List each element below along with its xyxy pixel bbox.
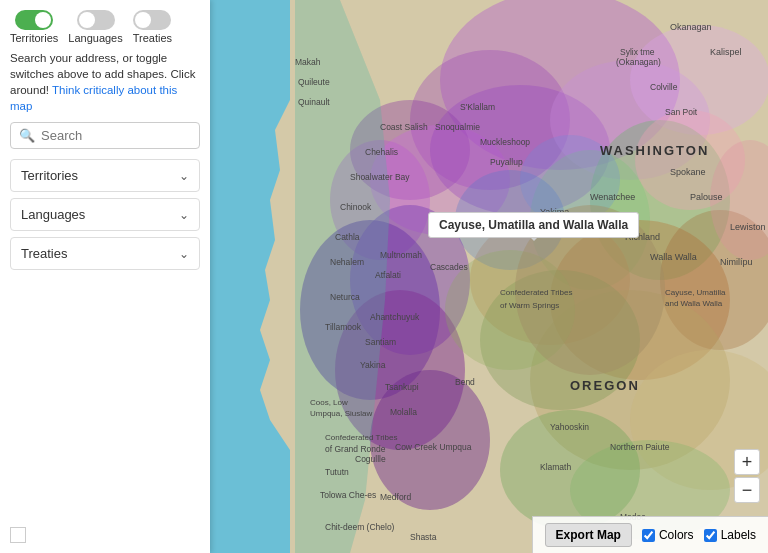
- map-area[interactable]: WASHINGTON OREGON Okanagan Kalispel Spok…: [210, 0, 768, 553]
- oregon-label: OREGON: [570, 378, 640, 393]
- languages-toggle-label: Languages: [68, 32, 122, 44]
- svg-text:Multnomah: Multnomah: [380, 250, 422, 260]
- svg-text:Nimilípu: Nimilípu: [720, 257, 753, 267]
- territories-toggle-group: Territories: [10, 10, 58, 44]
- svg-text:Snoqualmie: Snoqualmie: [435, 122, 480, 132]
- svg-text:Coast Salish: Coast Salish: [380, 122, 428, 132]
- svg-text:Tolowa Che-es: Tolowa Che-es: [320, 490, 376, 500]
- svg-text:Cow Creek Umpqua: Cow Creek Umpqua: [395, 442, 472, 452]
- svg-text:Chit-deem (Chelo): Chit-deem (Chelo): [325, 522, 395, 532]
- svg-text:Atfalati: Atfalati: [375, 270, 401, 280]
- svg-text:Northern Paiute: Northern Paiute: [610, 442, 670, 452]
- svg-text:Umpqua, Siuslaw: Umpqua, Siuslaw: [310, 409, 372, 418]
- small-box[interactable]: [10, 527, 26, 543]
- export-map-button[interactable]: Export Map: [545, 523, 632, 547]
- svg-text:Lewiston: Lewiston: [730, 222, 766, 232]
- svg-text:Tsankupi: Tsankupi: [385, 382, 419, 392]
- search-box: 🔍: [10, 122, 200, 149]
- svg-text:Cayuse, Umatilla: Cayuse, Umatilla: [665, 288, 726, 297]
- svg-text:Neturca: Neturca: [330, 292, 360, 302]
- map-svg: WASHINGTON OREGON Okanagan Kalispel Spok…: [210, 0, 768, 553]
- svg-text:Chehalis: Chehalis: [365, 147, 398, 157]
- svg-text:Sylix tme: Sylix tme: [620, 47, 655, 57]
- territories-dropdown[interactable]: Territories ⌄: [10, 159, 200, 192]
- languages-chevron-icon: ⌄: [179, 208, 189, 222]
- zoom-out-button[interactable]: −: [734, 477, 760, 503]
- svg-text:Okanagan: Okanagan: [670, 22, 712, 32]
- svg-text:Wenatchee: Wenatchee: [590, 192, 635, 202]
- svg-text:Richland: Richland: [625, 232, 660, 242]
- washington-label: WASHINGTON: [600, 143, 709, 158]
- svg-text:Tillamook: Tillamook: [325, 322, 362, 332]
- svg-text:Cogullle: Cogullle: [355, 454, 386, 464]
- languages-toggle-group: Languages: [68, 10, 122, 44]
- colors-label: Colors: [659, 528, 694, 542]
- treaties-toggle-group: Treaties: [133, 10, 172, 44]
- svg-text:Wanaqum: Wanaqum: [570, 217, 611, 227]
- app-container: Territories Languages Treaties Search yo…: [0, 0, 768, 553]
- treaties-dropdown-label: Treaties: [21, 246, 67, 261]
- zoom-controls: + −: [734, 449, 760, 503]
- svg-text:Yakima: Yakima: [540, 207, 569, 217]
- svg-text:Colville: Colville: [650, 82, 678, 92]
- svg-text:Quileute: Quileute: [298, 77, 330, 87]
- search-input[interactable]: [41, 128, 191, 143]
- colors-checkbox[interactable]: [642, 529, 655, 542]
- territories-toggle[interactable]: [15, 10, 53, 30]
- toggles-row: Territories Languages Treaties: [10, 10, 200, 44]
- sidebar: Territories Languages Treaties Search yo…: [0, 0, 210, 553]
- treaties-dropdown[interactable]: Treaties ⌄: [10, 237, 200, 270]
- svg-text:Confederated Tribes: Confederated Tribes: [500, 288, 573, 297]
- zoom-in-button[interactable]: +: [734, 449, 760, 475]
- svg-text:of Grand Ronde: of Grand Ronde: [325, 444, 386, 454]
- labels-checkbox[interactable]: [704, 529, 717, 542]
- svg-text:Santiam: Santiam: [365, 337, 396, 347]
- svg-text:San Poit: San Poit: [665, 107, 698, 117]
- svg-text:Bend: Bend: [455, 377, 475, 387]
- svg-text:Shasta: Shasta: [410, 532, 437, 542]
- svg-text:Yakina: Yakina: [360, 360, 386, 370]
- svg-text:Walla Walla: Walla Walla: [650, 252, 697, 262]
- treaties-toggle[interactable]: [133, 10, 171, 30]
- svg-text:Puyallup: Puyallup: [490, 157, 523, 167]
- svg-text:Chinook: Chinook: [340, 202, 372, 212]
- treaties-chevron-icon: ⌄: [179, 247, 189, 261]
- svg-text:Molalla: Molalla: [390, 407, 417, 417]
- svg-text:Medford: Medford: [380, 492, 411, 502]
- description-text: Search your address, or toggle switches …: [10, 50, 200, 114]
- territories-chevron-icon: ⌄: [179, 169, 189, 183]
- treaties-toggle-label: Treaties: [133, 32, 172, 44]
- languages-dropdown-label: Languages: [21, 207, 85, 222]
- svg-text:Makah: Makah: [295, 57, 321, 67]
- colors-checkbox-label[interactable]: Colors: [642, 528, 694, 542]
- svg-text:Ahantchuyuk: Ahantchuyuk: [370, 312, 420, 322]
- languages-dropdown[interactable]: Languages ⌄: [10, 198, 200, 231]
- search-icon: 🔍: [19, 128, 35, 143]
- svg-text:S'Klallam: S'Klallam: [460, 102, 495, 112]
- svg-text:Kalispel: Kalispel: [710, 47, 742, 57]
- svg-text:Confederated Tribes: Confederated Tribes: [325, 433, 398, 442]
- svg-text:Palouse: Palouse: [690, 192, 723, 202]
- svg-text:(Okanagan): (Okanagan): [616, 57, 661, 67]
- svg-text:Quinault: Quinault: [298, 97, 330, 107]
- svg-text:Cathla: Cathla: [335, 232, 360, 242]
- labels-checkbox-label[interactable]: Labels: [704, 528, 756, 542]
- svg-text:Shoalwater Bay: Shoalwater Bay: [350, 172, 410, 182]
- svg-text:Coos, Low: Coos, Low: [310, 398, 348, 407]
- territories-dropdown-label: Territories: [21, 168, 78, 183]
- territories-toggle-label: Territories: [10, 32, 58, 44]
- svg-text:and Walla Walla: and Walla Walla: [665, 299, 723, 308]
- svg-text:Klamath: Klamath: [540, 462, 571, 472]
- labels-label: Labels: [721, 528, 756, 542]
- svg-text:Nehalem: Nehalem: [330, 257, 364, 267]
- languages-toggle[interactable]: [77, 10, 115, 30]
- svg-text:Cascades: Cascades: [430, 262, 468, 272]
- svg-text:Spokane: Spokane: [670, 167, 706, 177]
- svg-text:Muckleshoop: Muckleshoop: [480, 137, 530, 147]
- svg-text:Yahooskin: Yahooskin: [550, 422, 589, 432]
- svg-text:of Warm Springs: of Warm Springs: [500, 301, 559, 310]
- bottom-bar: Export Map Colors Labels: [532, 516, 768, 553]
- svg-text:Tututn: Tututn: [325, 467, 349, 477]
